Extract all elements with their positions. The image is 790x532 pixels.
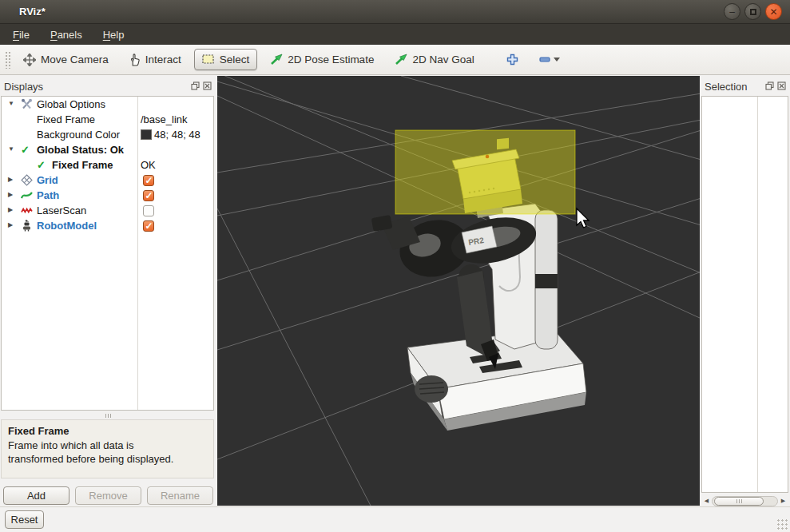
close-panel-icon[interactable]: [777, 81, 786, 93]
expander-closed-icon[interactable]: ▶: [8, 191, 13, 198]
add-tool-button[interactable]: [498, 49, 526, 70]
laserscan-enabled-checkbox[interactable]: [143, 205, 154, 216]
green-arrow-icon: [270, 54, 283, 66]
scrollbar-track[interactable]: [712, 496, 778, 506]
menubar: File Panels Help: [0, 24, 790, 45]
window-title: RViz*: [19, 6, 46, 18]
tree-row-background-color[interactable]: Background Color 48; 48; 48: [2, 127, 213, 142]
path-icon: [21, 189, 33, 201]
tree-row-grid[interactable]: ▶ Grid: [2, 173, 213, 188]
tool-2d-nav-goal[interactable]: 2D Nav Goal: [387, 49, 482, 70]
selection-panel-title: Selection: [705, 81, 747, 93]
3d-viewport[interactable]: PR2: [217, 76, 700, 506]
titlebar[interactable]: RViz* – ✕: [0, 0, 790, 24]
float-panel-icon[interactable]: [191, 81, 200, 93]
selection-tree[interactable]: [701, 96, 788, 493]
description-title: Fixed Frame: [8, 424, 207, 439]
tree-row-global-options[interactable]: ▼ Global Options: [2, 97, 213, 112]
selection-rubber-band: [395, 130, 575, 214]
background-color-value[interactable]: 48; 48; 48: [154, 129, 200, 141]
property-description: Fixed Frame Frame into which all data is…: [1, 419, 214, 478]
panel-splitter-handle[interactable]: [0, 412, 216, 419]
select-rect-icon: [202, 54, 215, 65]
rviz-window: { "window": { "title": "RViz*" }, "menub…: [0, 0, 790, 532]
grid-icon: [21, 174, 33, 186]
statusbar: Reset: [0, 506, 790, 532]
scroll-right-icon[interactable]: ▶: [778, 496, 788, 506]
laserscan-icon: [21, 204, 33, 216]
grid-enabled-checkbox[interactable]: [143, 175, 154, 186]
plus-icon: [506, 54, 518, 66]
displays-panel: Displays ▼ Global Options: [0, 77, 216, 508]
remove-display-button[interactable]: Remove: [75, 486, 141, 505]
fixed-frame-value[interactable]: /base_link: [141, 113, 188, 125]
toolbar-drag-handle[interactable]: [5, 51, 10, 69]
description-line: Frame into which all data is: [8, 439, 207, 453]
maximize-icon: [750, 9, 756, 15]
tools-icon: [21, 98, 33, 110]
status-ok-check-icon: ✓: [21, 144, 33, 156]
tool-2d-pose-estimate[interactable]: 2D Pose Estimate: [262, 49, 382, 70]
scrollbar-thumb[interactable]: [714, 497, 764, 506]
selection-column-divider: [757, 97, 758, 492]
menu-help[interactable]: Help: [103, 29, 125, 41]
displays-panel-title: Displays: [4, 81, 43, 93]
add-display-button[interactable]: Add: [3, 486, 69, 505]
expander-open-icon[interactable]: ▼: [8, 100, 14, 107]
expander-closed-icon[interactable]: ▶: [8, 221, 13, 228]
tree-row-fixed-frame[interactable]: Fixed Frame /base_link: [2, 112, 213, 127]
robot-icon: [21, 220, 33, 232]
expander-closed-icon[interactable]: ▶: [8, 206, 13, 213]
menu-file[interactable]: File: [13, 29, 30, 41]
move-camera-icon: [23, 54, 36, 66]
maximize-button[interactable]: [744, 3, 761, 20]
green-arrow-icon: [395, 54, 407, 66]
selection-panel: Selection ◀ ▶: [701, 77, 790, 508]
selection-hscrollbar: ◀ ▶: [701, 495, 788, 506]
reset-button[interactable]: Reset: [5, 510, 44, 529]
tool-interact[interactable]: Interact: [121, 49, 189, 71]
scroll-left-icon[interactable]: ◀: [701, 496, 712, 506]
rename-display-button[interactable]: Rename: [147, 486, 213, 505]
menu-panels[interactable]: Panels: [50, 29, 82, 41]
minimize-button[interactable]: –: [724, 3, 740, 20]
minus-icon: [539, 57, 550, 62]
expander-open-icon[interactable]: ▼: [8, 145, 14, 153]
color-swatch[interactable]: [141, 129, 152, 140]
tree-row-robotmodel[interactable]: ▶ RobotModel: [2, 218, 213, 233]
expander-closed-icon[interactable]: ▶: [8, 176, 13, 183]
render-scene: PR2: [217, 76, 700, 506]
window-controls: – ✕: [724, 3, 782, 20]
toolbar: Move Camera Interact Select 2D Pose Esti…: [0, 45, 790, 75]
status-ok-check-icon: ✓: [37, 159, 49, 171]
window-resize-grip[interactable]: [776, 518, 788, 530]
remove-tool-button[interactable]: [531, 52, 568, 67]
displays-tree: ▼ Global Options Fixed Frame /base_link …: [1, 96, 214, 411]
chevron-down-icon: [554, 58, 560, 62]
interact-hand-icon: [129, 54, 141, 66]
tool-move-camera[interactable]: Move Camera: [15, 49, 117, 71]
close-button[interactable]: ✕: [765, 3, 782, 20]
display-buttons-row: Add Remove Rename: [3, 486, 213, 506]
tree-row-laserscan[interactable]: ▶ LaserScan: [2, 203, 213, 218]
tree-row-path[interactable]: ▶ Path: [2, 188, 213, 203]
tree-row-fixed-frame-status[interactable]: ✓ Fixed Frame OK: [2, 157, 213, 173]
tool-select[interactable]: Select: [194, 49, 258, 70]
path-enabled-checkbox[interactable]: [143, 190, 154, 201]
displays-panel-header: Displays: [0, 77, 216, 96]
close-panel-icon[interactable]: [203, 81, 212, 93]
selection-panel-header: Selection: [701, 77, 790, 96]
robotmodel-enabled-checkbox[interactable]: [143, 220, 154, 232]
description-line: transformed before being displayed.: [8, 452, 207, 466]
tree-row-global-status[interactable]: ▼ ✓ Global Status: Ok: [2, 142, 213, 157]
float-panel-icon[interactable]: [765, 81, 774, 93]
